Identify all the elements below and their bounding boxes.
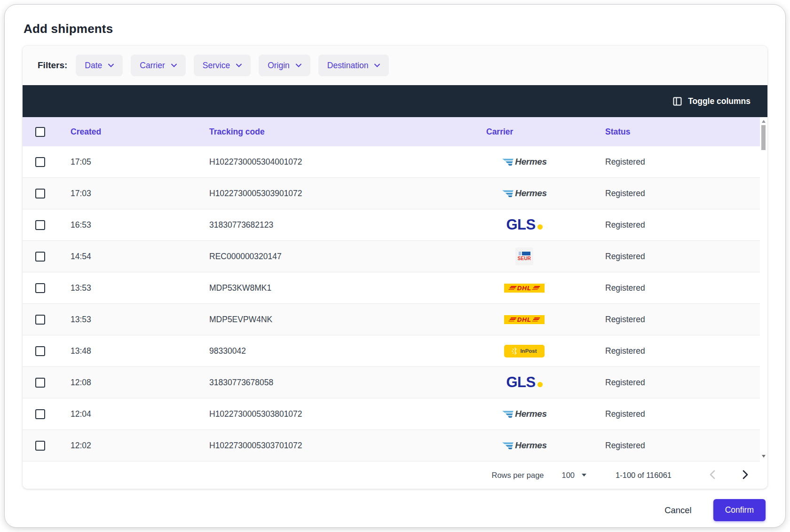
scrollbar-thumb[interactable]: [761, 125, 766, 150]
column-header-tracking-code[interactable]: Tracking code: [209, 127, 486, 137]
filter-chip-origin-label: Origin: [268, 61, 290, 71]
add-shipments-dialog: Add shipments Filters: Date Carrier Serv…: [4, 4, 786, 528]
carrier-logo-hermes: Hermes: [502, 157, 546, 167]
row-checkbox[interactable]: [35, 346, 45, 356]
confirm-button[interactable]: Confirm: [713, 499, 766, 521]
carrier-logo-seur: SEUR: [515, 247, 533, 265]
filter-chip-carrier[interactable]: Carrier: [131, 55, 185, 76]
created-cell: 12:04: [71, 409, 209, 419]
carrier-logo-hermes: Hermes: [502, 188, 546, 199]
row-checkbox[interactable]: [35, 441, 45, 451]
table-row: 13:4898330042InPostRegistered: [23, 335, 760, 367]
next-page-button[interactable]: [740, 470, 751, 481]
rows-per-page-value: 100: [562, 471, 575, 480]
created-cell: 16:53: [71, 220, 209, 230]
table-row: 12:04H1022730005303801072HermesRegistere…: [23, 398, 760, 430]
hermes-speed-icon: [502, 158, 514, 166]
filter-chip-date[interactable]: Date: [76, 55, 123, 76]
carrier-logo-dhl: DHL: [504, 284, 545, 293]
tracking-code-cell: H1022730005303901072: [209, 189, 486, 199]
scroll-down-icon[interactable]: [762, 455, 766, 458]
column-header-status[interactable]: Status: [605, 127, 760, 137]
created-cell: 12:02: [71, 441, 209, 451]
inpost-sun-icon: [512, 348, 519, 355]
filter-chip-service[interactable]: Service: [194, 55, 251, 76]
carrier-cell: SEUR: [486, 247, 605, 265]
status-cell: Registered: [605, 378, 760, 388]
status-cell: Registered: [605, 252, 760, 262]
carrier-logo-inpost: InPost: [504, 345, 545, 357]
tracking-code-cell: H1022730005304001072: [209, 157, 486, 167]
previous-page-button[interactable]: [706, 470, 718, 481]
chevron-left-icon: [709, 470, 715, 479]
row-checkbox[interactable]: [35, 220, 45, 230]
chevron-down-icon: [374, 64, 380, 67]
created-cell: 14:54: [71, 252, 209, 262]
carrier-cell: GLS: [486, 374, 605, 391]
table-toolbar: Toggle columns: [23, 85, 767, 117]
chevron-down-icon: [236, 64, 242, 67]
filters-bar: Filters: Date Carrier Service Origin Des…: [23, 46, 767, 85]
chevron-down-icon: [108, 64, 114, 67]
row-checkbox[interactable]: [35, 283, 45, 293]
column-header-created[interactable]: Created: [71, 127, 209, 137]
carrier-cell: DHL: [486, 315, 605, 324]
table-row: 17:05H1022730005304001072HermesRegistere…: [23, 146, 760, 178]
status-cell: Registered: [605, 409, 760, 419]
rows-per-page-label: Rows per page: [492, 471, 544, 480]
dhl-stripes-icon: [508, 286, 517, 290]
row-checkbox[interactable]: [35, 409, 45, 419]
row-checkbox[interactable]: [35, 252, 45, 262]
columns-icon: [673, 97, 682, 106]
tracking-code-cell: H1022730005303701072: [209, 441, 486, 451]
cancel-button[interactable]: Cancel: [662, 505, 695, 516]
created-cell: 17:03: [71, 189, 209, 199]
status-cell: Registered: [605, 157, 760, 167]
chevron-down-icon: [296, 64, 301, 67]
carrier-logo-gls: GLS: [506, 216, 542, 233]
gls-dot-icon: [537, 224, 543, 230]
scroll-up-icon[interactable]: [762, 120, 766, 123]
created-cell: 13:53: [71, 315, 209, 325]
row-checkbox[interactable]: [35, 378, 45, 388]
dhl-stripes-icon: [532, 286, 541, 290]
pagination-range: 1-100 of 116061: [616, 471, 672, 480]
vertical-scrollbar[interactable]: [760, 117, 766, 461]
tracking-code-cell: MDP53KW8MK1: [209, 283, 486, 293]
table-row: 13:53MDP5EVPW4NKDHLRegistered: [23, 304, 760, 335]
carrier-cell: InPost: [486, 345, 605, 357]
filter-chip-destination[interactable]: Destination: [318, 55, 389, 76]
filter-chip-destination-label: Destination: [327, 61, 369, 71]
rows-per-page-select[interactable]: 100: [562, 471, 587, 480]
carrier-cell: GLS: [486, 216, 605, 233]
table-row: 12:0831830773678058GLSRegistered: [23, 367, 760, 398]
tracking-code-cell: REC000000320147: [209, 252, 486, 262]
table-header-row: Created Tracking code Carrier Status: [23, 117, 760, 146]
filter-chip-service-label: Service: [203, 61, 230, 71]
shipments-panel: Filters: Date Carrier Service Origin Des…: [23, 46, 767, 489]
status-cell: Registered: [605, 283, 760, 293]
filter-chip-date-label: Date: [85, 61, 102, 71]
status-cell: Registered: [605, 441, 760, 451]
tracking-code-cell: 98330042: [209, 346, 486, 356]
column-header-carrier[interactable]: Carrier: [486, 127, 605, 137]
hermes-speed-icon: [502, 410, 514, 418]
filter-chip-carrier-label: Carrier: [140, 61, 165, 71]
filters-label: Filters:: [38, 60, 67, 71]
chevron-down-icon: [171, 64, 177, 67]
status-cell: Registered: [605, 189, 760, 199]
row-checkbox[interactable]: [35, 189, 45, 199]
status-cell: Registered: [605, 220, 760, 230]
pagination-bar: Rows per page 100 1-100 of 116061: [23, 461, 767, 489]
filter-chip-origin[interactable]: Origin: [259, 55, 310, 76]
row-checkbox[interactable]: [35, 315, 45, 325]
dialog-footer: Cancel Confirm: [23, 489, 767, 521]
carrier-cell: Hermes: [486, 409, 605, 419]
toggle-columns-button[interactable]: Toggle columns: [670, 96, 753, 107]
created-cell: 12:08: [71, 378, 209, 388]
select-all-checkbox[interactable]: [35, 127, 45, 137]
table-row: 16:5331830773682123GLSRegistered: [23, 209, 760, 241]
row-checkbox[interactable]: [35, 157, 45, 167]
table-row: 13:53MDP53KW8MK1DHLRegistered: [23, 272, 760, 304]
carrier-cell: Hermes: [486, 188, 605, 199]
